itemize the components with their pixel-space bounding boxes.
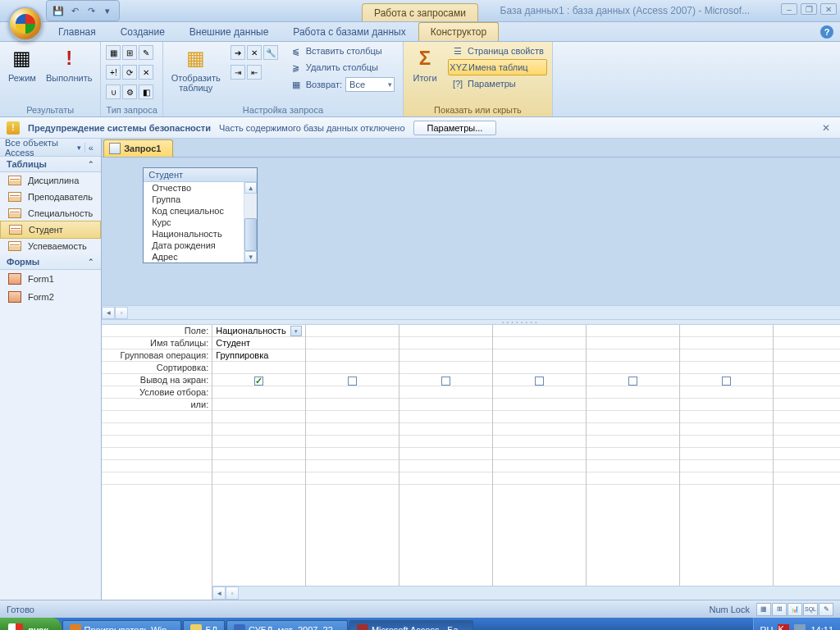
delete-row2-icon[interactable]: ⇤: [247, 65, 262, 80]
nav-group-tables[interactable]: Таблицы⌃: [0, 157, 101, 172]
field-item[interactable]: Национальность: [144, 228, 257, 240]
update-icon[interactable]: ⟳: [122, 65, 137, 80]
crosstab-icon[interactable]: ⊞: [122, 45, 137, 60]
grid-column[interactable]: [587, 325, 680, 600]
table-box-student[interactable]: Студент Отчество Группа Код специальнос …: [143, 167, 258, 263]
or-cell[interactable]: [212, 399, 305, 411]
delete-query-icon[interactable]: ✕: [139, 65, 153, 80]
clock[interactable]: 14:11: [810, 625, 833, 630]
nav-header[interactable]: Все объекты Access▾«: [0, 139, 101, 157]
grid-column[interactable]: Национальность▾ Студент Группировка: [212, 325, 306, 600]
property-sheet-button[interactable]: ☰Страница свойств: [448, 43, 547, 58]
delete-row-icon[interactable]: ✕: [247, 45, 262, 60]
nav-item-table[interactable]: Специальность: [0, 205, 101, 221]
scroll-box-icon[interactable]: ▫: [115, 307, 128, 319]
office-button[interactable]: [8, 7, 43, 41]
union-icon[interactable]: ∪: [106, 84, 121, 99]
tray-icon[interactable]: K: [778, 624, 789, 630]
save-icon[interactable]: 💾: [52, 4, 65, 17]
horizontal-scrollbar[interactable]: ◄▫►: [102, 305, 840, 319]
data-def-icon[interactable]: ◧: [139, 84, 153, 99]
field-item[interactable]: Группа: [144, 194, 257, 205]
restore-button[interactable]: ❐: [801, 3, 817, 15]
passthrough-icon[interactable]: ⚙: [122, 84, 137, 99]
scrollbar[interactable]: ▲ ▼: [244, 182, 257, 262]
field-item[interactable]: Адрес: [144, 251, 257, 262]
datasheet-view-icon[interactable]: ▦: [756, 603, 771, 616]
tab-external-data[interactable]: Внешние данные: [177, 22, 281, 41]
nav-group-forms[interactable]: Формы⌃: [0, 254, 101, 270]
pane-splitter[interactable]: • • • • • • • •: [102, 319, 840, 325]
nav-item-form[interactable]: Form2: [0, 288, 101, 306]
dropdown-icon[interactable]: ▾: [290, 326, 302, 336]
scroll-up-icon[interactable]: ▲: [244, 182, 257, 194]
scroll-thumb[interactable]: [244, 218, 257, 251]
criteria-cell[interactable]: [212, 386, 305, 399]
sort-cell[interactable]: [212, 362, 305, 374]
scroll-down-icon[interactable]: ▼: [244, 251, 257, 262]
nav-item-table[interactable]: Успеваемость: [0, 238, 101, 254]
language-indicator[interactable]: RU: [760, 625, 774, 630]
redo-icon[interactable]: ↷: [84, 4, 98, 17]
return-combo[interactable]: Все: [345, 77, 395, 92]
totals-button[interactable]: Σ Итоги: [409, 43, 441, 84]
nav-collapse-icon[interactable]: «: [84, 143, 96, 153]
grid-column[interactable]: [306, 325, 399, 600]
scroll-left-icon[interactable]: ◄: [102, 307, 115, 319]
field-item[interactable]: Отчество: [144, 182, 257, 194]
view-button[interactable]: ▦ Режим: [5, 43, 39, 84]
field-item[interactable]: Код специальнос: [144, 205, 257, 217]
help-icon[interactable]: ?: [820, 25, 833, 39]
checkbox-icon[interactable]: [348, 377, 357, 386]
design-view-icon[interactable]: ✎: [819, 603, 833, 616]
run-button[interactable]: ! Выполнить: [43, 43, 95, 84]
total-cell[interactable]: Группировка: [212, 349, 305, 362]
checkbox-checked-icon[interactable]: [254, 377, 263, 386]
grid-horizontal-scrollbar[interactable]: ◄▫►: [212, 586, 840, 600]
grid-column[interactable]: [493, 325, 587, 600]
document-tab[interactable]: Запрос1: [103, 139, 173, 157]
nav-item-table[interactable]: Преподаватель: [0, 189, 101, 205]
taskbar-button[interactable]: БД: [183, 620, 225, 630]
tab-create[interactable]: Создание: [108, 22, 177, 41]
builder-icon[interactable]: 🔧: [263, 45, 278, 60]
checkbox-icon[interactable]: [628, 377, 637, 386]
nav-item-form[interactable]: Form1: [0, 270, 101, 288]
tab-database-tools[interactable]: Работа с базами данных: [281, 22, 418, 41]
table-names-button[interactable]: XYZИмена таблиц: [448, 59, 547, 75]
security-close-icon[interactable]: ✕: [819, 122, 833, 134]
scroll-box-icon[interactable]: ▫: [226, 587, 239, 600]
checkbox-icon[interactable]: [535, 377, 544, 386]
select-query-icon[interactable]: ▦: [106, 45, 121, 60]
insert-columns-button[interactable]: ⫹Вставить столбцы: [286, 43, 398, 58]
append-icon[interactable]: +!: [106, 65, 121, 80]
insert-row2-icon[interactable]: ⇥: [231, 65, 245, 80]
sql-view-icon[interactable]: SQL: [803, 603, 818, 616]
pivot-view-icon[interactable]: ⊞: [772, 603, 787, 616]
nav-item-table[interactable]: Дисциплина: [0, 172, 101, 189]
field-item[interactable]: Дата рождения: [144, 240, 257, 251]
contextual-tab-query[interactable]: Работа с запросами: [362, 3, 478, 21]
show-cell[interactable]: [212, 374, 305, 386]
grid-column[interactable]: [399, 325, 493, 600]
field-item[interactable]: Курс: [144, 217, 257, 228]
tab-design[interactable]: Конструктор: [418, 22, 499, 41]
chart-view-icon[interactable]: 📊: [788, 603, 802, 616]
close-button[interactable]: ✕: [820, 3, 837, 15]
grid-column[interactable]: [680, 325, 774, 600]
grid-column[interactable]: [774, 325, 840, 600]
make-table-icon[interactable]: ✎: [139, 45, 153, 60]
tray-icon[interactable]: [794, 624, 806, 630]
table-diagram-pane[interactable]: Студент Отчество Группа Код специальнос …: [102, 158, 840, 305]
nav-item-table[interactable]: Студент: [0, 221, 101, 239]
field-cell[interactable]: Национальность▾: [212, 325, 305, 337]
undo-icon[interactable]: ↶: [68, 4, 81, 17]
security-options-button[interactable]: Параметры...: [413, 121, 497, 135]
table-cell[interactable]: Студент: [212, 337, 305, 349]
nav-dropdown-icon[interactable]: ▾: [77, 144, 81, 152]
taskbar-button[interactable]: СУБД_мет_2007_22...: [226, 620, 348, 630]
delete-columns-button[interactable]: ⫺Удалить столбцы: [286, 60, 398, 75]
parameters-button[interactable]: [?]Параметры: [448, 76, 547, 91]
minimize-button[interactable]: –: [781, 3, 797, 15]
start-button[interactable]: пуск: [0, 618, 62, 630]
